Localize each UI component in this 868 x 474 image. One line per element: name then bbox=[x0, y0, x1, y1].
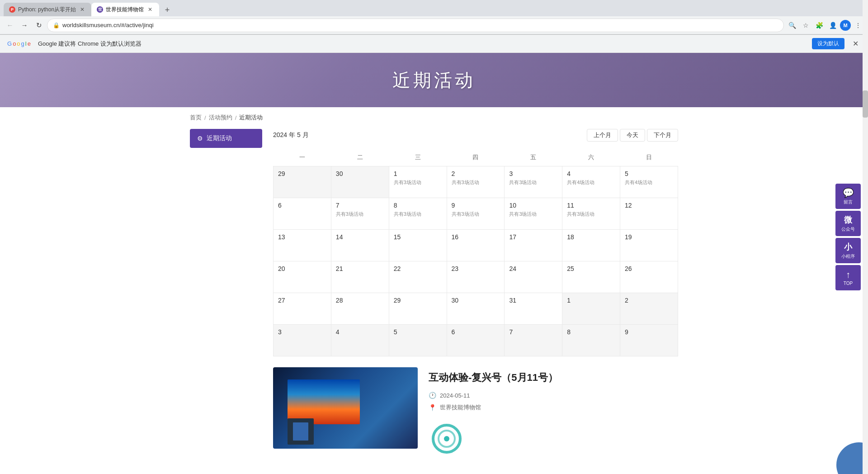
day-number-1-1: 7 bbox=[336, 202, 384, 209]
calendar-day-2-1[interactable]: 14 bbox=[331, 230, 389, 261]
calendar-weekday-row: 一 二 三 四 五 六 日 bbox=[274, 149, 678, 166]
calendar-day-4-6[interactable]: 2 bbox=[620, 293, 678, 325]
float-message-label: 留言 bbox=[844, 199, 853, 205]
tab-python[interactable]: P Python: python从零开始 ✕ bbox=[4, 3, 91, 16]
calendar-day-5-4[interactable]: 7 bbox=[505, 325, 562, 356]
extensions-icon-button[interactable]: 🧩 bbox=[813, 19, 826, 32]
day-number-5-2: 5 bbox=[394, 328, 442, 336]
nav-forward-button[interactable]: → bbox=[18, 19, 31, 32]
calendar-day-2-3[interactable]: 16 bbox=[447, 230, 505, 261]
calendar-day-3-5[interactable]: 25 bbox=[562, 261, 620, 293]
calendar-day-5-2[interactable]: 5 bbox=[389, 325, 447, 356]
event-date: 2024-05-11 bbox=[440, 392, 470, 399]
calendar-day-2-5[interactable]: 18 bbox=[562, 230, 620, 261]
breadcrumb-current: 近期活动 bbox=[239, 114, 263, 122]
day-number-3-5: 25 bbox=[567, 265, 615, 272]
calendar-day-2-2[interactable]: 15 bbox=[389, 230, 447, 261]
calendar-header: 2024 年 5 月 上个月 今天 下个月 bbox=[273, 129, 678, 142]
tab-favicon-worldskills: 世 bbox=[97, 6, 103, 13]
calendar-day-5-0[interactable]: 3 bbox=[274, 325, 331, 356]
calendar-day-4-4[interactable]: 31 bbox=[505, 293, 562, 325]
day-number-4-2: 29 bbox=[394, 297, 442, 304]
calendar-week-2: 13141516171819 bbox=[274, 230, 678, 261]
user-avatar[interactable]: M bbox=[840, 20, 851, 31]
weekday-sat: 六 bbox=[562, 149, 620, 166]
bookmark-icon-button[interactable]: ☆ bbox=[799, 19, 812, 32]
calendar-day-5-3[interactable]: 6 bbox=[447, 325, 505, 356]
hero-title: 近期活动 bbox=[392, 68, 476, 93]
calendar-day-0-6[interactable]: 5共有4场活动 bbox=[620, 166, 678, 198]
calendar-day-5-5[interactable]: 8 bbox=[562, 325, 620, 356]
day-number-2-5: 18 bbox=[567, 233, 615, 241]
calendar-day-3-6[interactable]: 26 bbox=[620, 261, 678, 293]
calendar-day-0-5[interactable]: 4共有4场活动 bbox=[562, 166, 620, 198]
calendar-day-3-4[interactable]: 24 bbox=[505, 261, 562, 293]
calendar-day-5-1[interactable]: 4 bbox=[331, 325, 389, 356]
calendar-day-1-5[interactable]: 11共有3场活动 bbox=[562, 198, 620, 230]
float-wechat-button[interactable]: 微 公众号 bbox=[835, 211, 861, 236]
calendar-container: 2024 年 5 月 上个月 今天 下个月 一 二 三 四 五 六 bbox=[273, 129, 678, 459]
float-wechat-label: 公众号 bbox=[841, 226, 855, 232]
calendar-day-2-0[interactable]: 13 bbox=[274, 230, 331, 261]
calendar-day-3-2[interactable]: 22 bbox=[389, 261, 447, 293]
calendar-day-2-6[interactable]: 19 bbox=[620, 230, 678, 261]
calendar-day-4-1[interactable]: 28 bbox=[331, 293, 389, 325]
event-info: 互动体验-复兴号（5月11号） 🕐 2024-05-11 📍 世界技能博物馆 bbox=[429, 367, 678, 459]
float-miniapp-button[interactable]: 小 小程序 bbox=[835, 238, 861, 263]
sidebar-item-recent[interactable]: ⚙ 近期活动 bbox=[190, 129, 262, 148]
tab-close-python[interactable]: ✕ bbox=[79, 6, 86, 13]
calendar-day-4-0[interactable]: 27 bbox=[274, 293, 331, 325]
nav-back-button[interactable]: ← bbox=[4, 19, 16, 32]
calendar-day-4-5[interactable]: 1 bbox=[562, 293, 620, 325]
weekday-mon: 一 bbox=[274, 149, 331, 166]
calendar-day-1-1[interactable]: 7共有3场活动 bbox=[331, 198, 389, 230]
calendar-week-5: 3456789 bbox=[274, 325, 678, 356]
calendar-day-1-3[interactable]: 9共有3场活动 bbox=[447, 198, 505, 230]
float-top-button[interactable]: ↑ TOP bbox=[835, 265, 861, 290]
location-icon: 📍 bbox=[429, 404, 436, 411]
scrollbar-thumb[interactable] bbox=[863, 90, 868, 118]
calendar-day-1-4[interactable]: 10共有3场活动 bbox=[505, 198, 562, 230]
tab-close-worldskills[interactable]: ✕ bbox=[146, 6, 154, 13]
profile-icon-button[interactable]: 👤 bbox=[826, 19, 839, 32]
calendar-day-3-3[interactable]: 23 bbox=[447, 261, 505, 293]
sidebar-icon-recent: ⚙ bbox=[197, 135, 203, 142]
calendar-day-1-6[interactable]: 12 bbox=[620, 198, 678, 230]
new-tab-button[interactable]: + bbox=[161, 4, 174, 16]
day-number-1-2: 8 bbox=[394, 202, 442, 209]
prev-month-button[interactable]: 上个月 bbox=[587, 129, 618, 142]
nav-refresh-button[interactable]: ↻ bbox=[33, 19, 45, 32]
calendar-day-0-1[interactable]: 30 bbox=[331, 166, 389, 198]
page-hero: 近期活动 bbox=[0, 53, 868, 107]
infobar-text: Google 建议将 Chrome 设为默认浏览器 bbox=[38, 40, 807, 48]
calendar-day-4-2[interactable]: 29 bbox=[389, 293, 447, 325]
tab-worldskills[interactable]: 世 世界技能博物馆 ✕ bbox=[91, 3, 159, 16]
calendar-day-4-3[interactable]: 30 bbox=[447, 293, 505, 325]
calendar-day-5-6[interactable]: 9 bbox=[620, 325, 678, 356]
next-month-button[interactable]: 下个月 bbox=[647, 129, 678, 142]
day-event-0-6: 共有4场活动 bbox=[625, 179, 673, 186]
infobar-close-button[interactable]: ✕ bbox=[850, 38, 861, 49]
browser-navbar: ← → ↻ 🔒 worldskillsmuseum.cn/#/active/ji… bbox=[0, 16, 868, 34]
calendar-day-1-2[interactable]: 8共有3场活动 bbox=[389, 198, 447, 230]
calendar-day-3-1[interactable]: 21 bbox=[331, 261, 389, 293]
day-number-0-5: 4 bbox=[567, 170, 615, 177]
float-message-button[interactable]: 💬 留言 bbox=[835, 184, 861, 209]
calendar-day-0-3[interactable]: 2共有3场活动 bbox=[447, 166, 505, 198]
today-button[interactable]: 今天 bbox=[620, 129, 645, 142]
day-number-4-1: 28 bbox=[336, 297, 384, 304]
calendar-day-2-4[interactable]: 17 bbox=[505, 230, 562, 261]
event-location: 世界技能博物馆 bbox=[440, 403, 481, 412]
breadcrumb-home[interactable]: 首页 bbox=[190, 114, 202, 122]
breadcrumb-activity[interactable]: 活动预约 bbox=[209, 114, 232, 122]
set-default-button[interactable]: 设为默认 bbox=[812, 38, 844, 49]
calendar-day-0-2[interactable]: 1共有3场活动 bbox=[389, 166, 447, 198]
calendar-day-0-0[interactable]: 29 bbox=[274, 166, 331, 198]
scrollbar[interactable] bbox=[863, 0, 868, 474]
calendar-day-1-0[interactable]: 6 bbox=[274, 198, 331, 230]
calendar-day-0-4[interactable]: 3共有3场活动 bbox=[505, 166, 562, 198]
search-icon-button[interactable]: 🔍 bbox=[786, 19, 798, 32]
address-bar[interactable]: 🔒 worldskillsmuseum.cn/#/active/jinqi bbox=[47, 19, 784, 32]
day-event-0-5: 共有4场活动 bbox=[567, 179, 615, 186]
calendar-day-3-0[interactable]: 20 bbox=[274, 261, 331, 293]
